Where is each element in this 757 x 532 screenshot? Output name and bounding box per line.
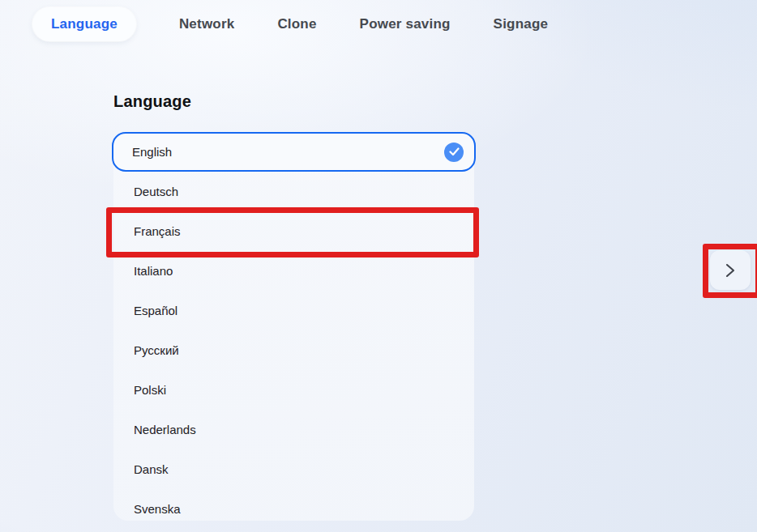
language-option-dansk[interactable]: Dansk: [113, 449, 474, 489]
language-option-nederlands[interactable]: Nederlands: [113, 410, 474, 449]
selected-language-label: English: [132, 145, 172, 159]
language-option-francais[interactable]: Français: [113, 211, 474, 251]
page-title: Language: [113, 92, 191, 111]
language-list-panel: Deutsch Français Italiano Español Русски…: [113, 132, 474, 521]
chevron-right-icon: [723, 262, 738, 279]
top-tab-bar: Language Network Clone Power saving Sign…: [32, 6, 548, 42]
settings-screen: Language Network Clone Power saving Sign…: [0, 0, 757, 532]
tab-signage[interactable]: Signage: [494, 16, 549, 32]
language-option-italiano[interactable]: Italiano: [113, 251, 474, 291]
tab-power-saving[interactable]: Power saving: [360, 16, 451, 32]
language-option-deutsch[interactable]: Deutsch: [113, 172, 474, 211]
language-option-english-selected[interactable]: English: [112, 132, 476, 172]
next-page-button[interactable]: [710, 250, 751, 290]
language-list: Deutsch Français Italiano Español Русски…: [113, 172, 474, 529]
tab-language[interactable]: Language: [32, 7, 136, 41]
language-option-svenska[interactable]: Svenska: [113, 489, 474, 529]
language-option-russkiy[interactable]: Русский: [113, 330, 474, 370]
tab-clone[interactable]: Clone: [277, 16, 316, 32]
language-option-espanol[interactable]: Español: [113, 291, 474, 330]
language-option-polski[interactable]: Polski: [113, 370, 474, 410]
tab-network[interactable]: Network: [179, 16, 234, 32]
check-icon: [444, 143, 464, 162]
